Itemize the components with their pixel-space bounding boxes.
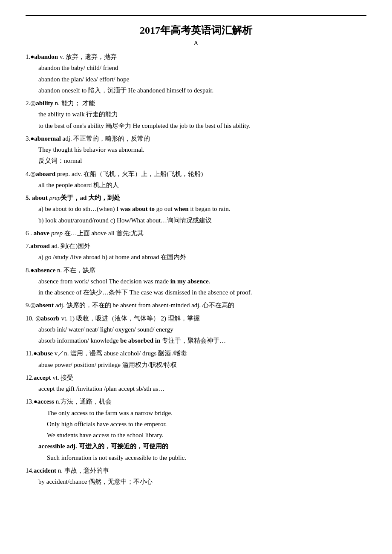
list-item: 11.●abuse v／n. 滥用，谩骂 abuse alcohol/ drug… [26, 348, 366, 370]
list-item: 14.accident n. 事故，意外的事by accident/chance… [26, 465, 366, 488]
section-letter: A [26, 40, 366, 47]
list-item: 8.●absence n. 不在，缺席absence from work/ sc… [26, 265, 366, 298]
list-item: 10. ◎absorb vt. 1) 吸收，吸进（液体，气体等） 2) 理解，掌… [26, 313, 366, 346]
list-item: 9.◎absent adj. 缺席的，不在的 be absent from ab… [26, 300, 366, 311]
list-item: 4.◎aboard prep. adv. 在船（飞机，火车）上，上船(飞机，轮船… [26, 168, 366, 191]
list-item: 3.●abnormal adj. 不正常的，畸形的，反常的They though… [26, 133, 366, 167]
list-item: 7.abroad ad. 到(在)国外a) go /study /live ab… [26, 240, 366, 263]
list-item: 13.●access n.方法，通路，机会The only access to … [26, 396, 366, 463]
list-item: 6 . above prep 在…上面 above all 首先;尤其 [26, 228, 366, 239]
list-item: 2.◎ability n. 能力； 才能the ability to walk … [26, 98, 366, 131]
content-area: 1.●abandon v. 放弃，遗弃，抛弃abandon the baby/ … [26, 51, 366, 487]
list-item: 12.accept vt. 接受accept the gift /invitat… [26, 372, 366, 395]
page-title: 2017年高考英语词汇解析 [26, 15, 366, 37]
list-item: 1.●abandon v. 放弃，遗弃，抛弃abandon the baby/ … [26, 51, 366, 96]
list-item: 5. about prep关于，ad 大约，到处a) be about to d… [26, 192, 366, 226]
